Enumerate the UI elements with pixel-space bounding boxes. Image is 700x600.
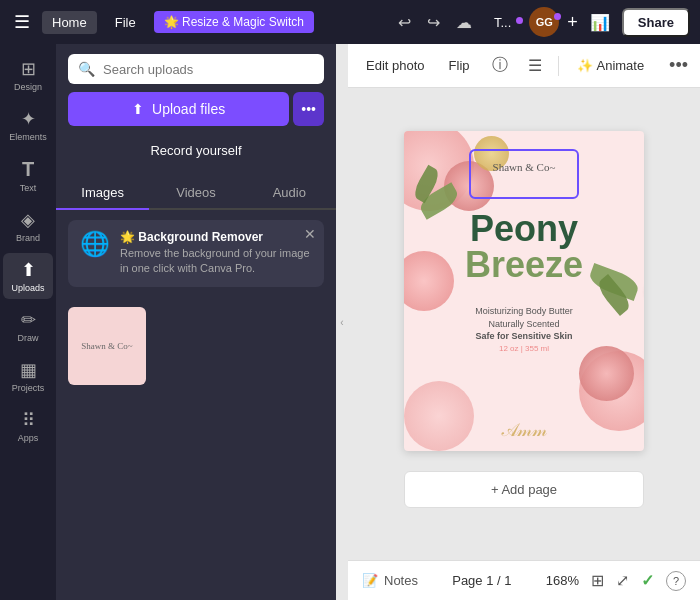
sidebar-item-apps[interactable]: ⠿ Apps xyxy=(3,403,53,449)
uploads-icon: ⬆ xyxy=(21,259,36,281)
animate-btn[interactable]: ✨ Animate xyxy=(571,54,651,77)
notes-button[interactable]: 📝 Notes xyxy=(362,573,418,588)
stats-icon[interactable]: 📊 xyxy=(586,9,614,36)
check-icon[interactable]: ✓ xyxy=(641,571,654,590)
banner-icon: 🌐 xyxy=(80,230,110,258)
canvas-area: Edit photo Flip ⓘ ☰ ✨ Animate ••• xyxy=(348,44,700,600)
redo-icon[interactable]: ↪ xyxy=(423,9,444,36)
toolbar-separator xyxy=(558,56,559,76)
more-icon: ••• xyxy=(301,101,316,117)
tab-home[interactable]: Home xyxy=(42,11,97,34)
sidebar-item-brand[interactable]: ◈ Brand xyxy=(3,203,53,249)
sidebar-item-projects[interactable]: ▦ Projects xyxy=(3,353,53,399)
uploads-header: 🔍 ⬆ Upload files ••• Record yourself xyxy=(56,44,336,177)
upload-more-button[interactable]: ••• xyxy=(293,92,324,126)
upload-row: ⬆ Upload files ••• xyxy=(68,92,324,126)
top-nav: ☰ Home File 🌟 Resize & Magic Switch ↩ ↪ … xyxy=(0,0,700,44)
more-options-icon[interactable]: ••• xyxy=(669,55,688,76)
uploads-panel: 🔍 ⬆ Upload files ••• Record yourself Ima… xyxy=(56,44,336,600)
brand-icon: ◈ xyxy=(21,209,35,231)
collapse-handle[interactable]: ‹ xyxy=(336,44,348,600)
template-label[interactable]: T... xyxy=(484,11,521,34)
sidebar-item-text[interactable]: T Text xyxy=(3,152,53,199)
card-desc2: Naturally Scented xyxy=(488,319,559,329)
plus-btn[interactable]: + xyxy=(567,12,578,33)
chevron-left-icon: ‹ xyxy=(340,317,343,328)
sidebar-icons: ⊞ Design ✦ Elements T Text ◈ Brand ⬆ Upl… xyxy=(0,44,56,600)
media-tabs: Images Videos Audio xyxy=(56,177,336,210)
background-remover-banner: 🌐 🌟 Background Remover Remove the backgr… xyxy=(68,220,324,287)
grid-view-icon[interactable]: ⊞ xyxy=(591,571,604,590)
sidebar-item-elements[interactable]: ✦ Elements xyxy=(3,102,53,148)
tab-images[interactable]: Images xyxy=(56,177,149,210)
undo-icon[interactable]: ↩ xyxy=(394,9,415,36)
banner-content: 🌟 Background Remover Remove the backgrou… xyxy=(120,230,312,277)
edit-photo-label[interactable]: Edit photo xyxy=(360,54,431,77)
projects-icon: ▦ xyxy=(20,359,37,381)
tab-audio[interactable]: Audio xyxy=(243,177,336,208)
close-icon[interactable]: ✕ xyxy=(304,226,316,242)
share-button[interactable]: Share xyxy=(622,8,690,37)
upload-files-button[interactable]: ⬆ Upload files xyxy=(68,92,289,126)
layout-icon[interactable]: ☰ xyxy=(524,52,546,79)
cloud-icon[interactable]: ☁ xyxy=(452,9,476,36)
notes-icon: 📝 xyxy=(362,573,378,588)
avatar-dot xyxy=(554,13,561,20)
upload-thumbnail[interactable]: Shawn & Co~ xyxy=(68,307,146,385)
info-icon[interactable]: ⓘ xyxy=(488,51,512,80)
design-canvas[interactable]: ↻ Shawn & Co~ Peony Breeze Moisturizing … xyxy=(404,131,644,451)
apps-icon: ⠿ xyxy=(22,409,35,431)
share-label: Share xyxy=(638,15,674,30)
card-desc1: Moisturizing Body Butter xyxy=(475,306,573,316)
upload-icon: ⬆ xyxy=(132,101,144,117)
notification-dot xyxy=(516,17,523,24)
text-icon: T xyxy=(22,158,34,181)
canvas-content[interactable]: ↻ Shawn & Co~ Peony Breeze Moisturizing … xyxy=(348,88,700,560)
main-area: ⊞ Design ✦ Elements T Text ◈ Brand ⬆ Upl… xyxy=(0,44,700,600)
zoom-level[interactable]: 168% xyxy=(546,573,579,588)
flower-middle-left xyxy=(404,251,454,311)
design-icon: ⊞ xyxy=(21,58,36,80)
elements-icon: ✦ xyxy=(21,108,36,130)
sidebar-item-design[interactable]: ⊞ Design xyxy=(3,52,53,98)
search-box: 🔍 xyxy=(68,54,324,84)
card-size-label: 12 oz | 355 ml xyxy=(499,344,549,353)
bottom-bar: 📝 Notes Page 1 / 1 168% ⊞ ⤢ ✓ ? xyxy=(348,560,700,600)
animate-icon: ✨ xyxy=(577,58,593,73)
avatar[interactable]: GG xyxy=(529,7,559,37)
banner-description: Remove the background of your image in o… xyxy=(120,246,312,277)
expand-icon[interactable]: ⤢ xyxy=(616,571,629,590)
magic-switch-btn[interactable]: 🌟 Resize & Magic Switch xyxy=(154,11,314,33)
gold-script: 𝒜𝓂𝓂 xyxy=(502,420,547,441)
card-title: Peony Breeze xyxy=(465,211,583,283)
sidebar-item-uploads[interactable]: ⬆ Uploads xyxy=(3,253,53,299)
help-icon[interactable]: ? xyxy=(666,571,686,591)
draw-icon: ✏ xyxy=(21,309,36,331)
record-yourself-button[interactable]: Record yourself xyxy=(68,134,324,167)
card-brand-label: Shawn & Co~ xyxy=(493,161,556,173)
card-skin-label: Safe for Sensitive Skin xyxy=(475,331,572,341)
uploads-grid: Shawn & Co~ xyxy=(56,297,336,395)
canvas-toolbar: Edit photo Flip ⓘ ☰ ✨ Animate ••• xyxy=(348,44,700,88)
banner-title: 🌟 Background Remover xyxy=(120,230,312,244)
flower-bottom-left xyxy=(404,381,474,451)
sidebar-item-draw[interactable]: ✏ Draw xyxy=(3,303,53,349)
search-input[interactable] xyxy=(103,62,314,77)
tab-file[interactable]: File xyxy=(105,11,146,34)
search-icon: 🔍 xyxy=(78,61,95,77)
flip-btn[interactable]: Flip xyxy=(443,54,476,77)
page-indicator: Page 1 / 1 xyxy=(452,573,511,588)
add-page-button[interactable]: + Add page xyxy=(404,471,644,508)
tab-videos[interactable]: Videos xyxy=(149,177,242,208)
hamburger-icon[interactable]: ☰ xyxy=(10,7,34,37)
flower-br-inner xyxy=(579,346,634,401)
